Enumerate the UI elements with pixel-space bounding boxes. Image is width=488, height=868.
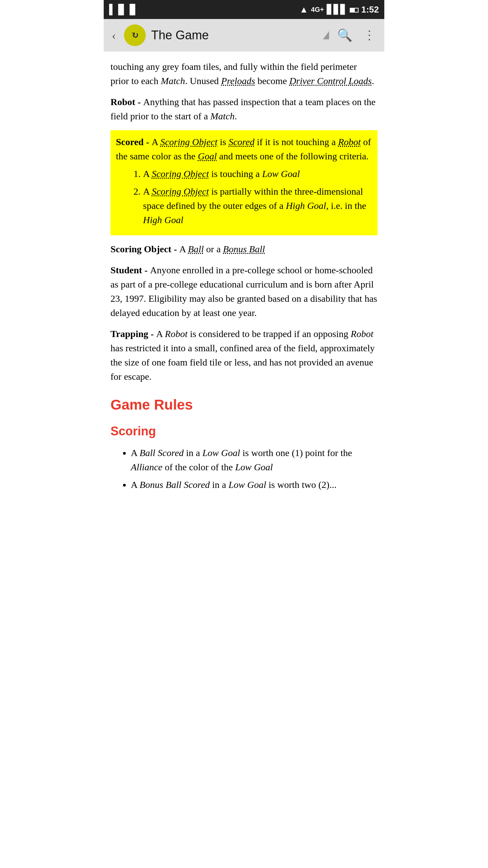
scored-list-item-2: A Scoring Object is partially within the… [143, 184, 372, 227]
so-or: or a [204, 244, 223, 254]
trapping-term: Trapping - [110, 329, 156, 339]
robot-match: Match [210, 111, 235, 121]
barcode-icon [109, 4, 138, 15]
sb2-bonus-ball-scored: Bonus Ball Scored [140, 479, 210, 490]
scoring-object-term: Scoring Object - [110, 244, 179, 254]
list1-text1: A [143, 169, 152, 179]
avatar-icon: ↻ [131, 30, 139, 41]
more-options-button[interactable]: ⋮ [361, 25, 379, 45]
list2-high-goal2: High Goal [143, 215, 183, 225]
search-button[interactable]: 🔍 [334, 25, 355, 45]
avatar: ↻ [124, 24, 146, 46]
scored-list-item-1: A Scoring Object is touching a Low Goal [143, 167, 372, 181]
list2-so: Scoring Object [152, 186, 209, 197]
trapping-text3: has restricted it into a small, confined… [110, 343, 375, 382]
scored-definition: Scored - A Scoring Object is Scored if i… [110, 130, 378, 235]
sb2-suffix: is worth two (2)... [266, 479, 337, 490]
game-rules-heading: Game Rules [110, 394, 378, 415]
sb2-text1: A [131, 479, 140, 490]
scored-scored: Scored [228, 137, 255, 147]
intro-match: Match [161, 76, 185, 86]
student-term: Student - [110, 265, 150, 275]
signal-triangle-icon [323, 31, 329, 39]
trapping-robot1: Robot [165, 329, 188, 339]
trapping-text2: is considered to be trapped if an opposi… [187, 329, 350, 339]
sb1-alliance: Alliance [131, 462, 162, 472]
status-left [109, 4, 138, 15]
toolbar: ‹ ↻ The Game 🔍 ⋮ [104, 19, 384, 52]
sb1-text4: of the color of the [162, 462, 235, 472]
sb1-low-goal2: Low Goal [235, 462, 273, 472]
trapping-robot2: Robot [351, 329, 373, 339]
back-button[interactable]: ‹ [109, 25, 119, 45]
status-bar: ▲ 4G+ ▋▋▋ 1:52 [104, 0, 384, 19]
sb1-text2: in a [184, 448, 202, 458]
sb1-text3: is worth one (1) point for the [240, 448, 352, 458]
trapping-definition: Trapping - A Robot is considered to be t… [110, 327, 378, 384]
intro-preloads: Preloads [221, 76, 255, 86]
time-display: 1:52 [361, 4, 379, 15]
status-right: ▲ 4G+ ▋▋▋ 1:52 [300, 4, 379, 15]
list2-text3: , i.e. in the [326, 200, 366, 211]
scored-robot: Robot [338, 137, 361, 147]
sb2-text2: in a [210, 479, 228, 490]
sb1-text1: A [131, 448, 140, 458]
sb1-ball-scored: Ball Scored [140, 448, 184, 458]
scoring-bullet-1: A Ball Scored in a Low Goal is worth one… [131, 446, 378, 474]
wifi-icon: ▲ [300, 4, 308, 15]
trapping-text1: A [156, 329, 165, 339]
so-text1: A [179, 244, 188, 254]
scored-list: A Scoring Object is touching a Low Goal … [116, 167, 372, 227]
scored-text3: if it is not touching a [255, 137, 338, 147]
signal-icon: ▋▋▋ [327, 4, 347, 15]
scored-para: Scored - A Scoring Object is Scored if i… [116, 135, 372, 163]
robot-definition: Robot - Anything that has passed inspect… [110, 95, 378, 123]
battery-icon [350, 4, 359, 15]
scored-so1: Scoring Object [160, 137, 218, 147]
sb2-low-goal: Low Goal [228, 479, 266, 490]
scored-text2: is [218, 137, 229, 147]
intro-become: become [255, 76, 289, 86]
scoring-subheading: Scoring [110, 422, 378, 440]
so-bonus-ball: Bonus Ball [223, 244, 265, 254]
scored-text1: A [151, 137, 160, 147]
scored-term: Scored - [116, 137, 151, 147]
robot-end: . [235, 111, 237, 121]
robot-term: Robot - [110, 97, 143, 107]
student-definition: Student - Anyone enrolled in a pre-colle… [110, 263, 378, 320]
intro-rest: . Unused [185, 76, 221, 86]
scoring-object-definition: Scoring Object - A Ball or a Bonus Ball [110, 242, 378, 256]
list1-so: Scoring Object [152, 169, 209, 179]
main-content: touching any grey foam tiles, and fully … [104, 52, 384, 506]
scoring-list: A Ball Scored in a Low Goal is worth one… [110, 446, 378, 492]
so-ball: Ball [188, 244, 204, 254]
list2-text1: A [143, 186, 152, 197]
page-title: The Game [151, 28, 318, 42]
network-type: 4G+ [311, 6, 324, 14]
intro-dcl: Driver Control Loads [289, 76, 372, 86]
list2-high-goal1: High Goal [286, 200, 326, 211]
intro-paragraph: touching any grey foam tiles, and fully … [110, 60, 378, 88]
intro-period: . [372, 76, 374, 86]
robot-def: Anything that has passed inspection that… [110, 97, 375, 121]
student-def: Anyone enrolled in a pre-college school … [110, 265, 377, 318]
scored-text5: and meets one of the following criteria. [217, 151, 369, 161]
scored-goal: Goal [198, 151, 217, 161]
list1-low-goal: Low Goal [262, 169, 300, 179]
list1-text2: is touching a [209, 169, 262, 179]
scoring-bullet-2: A Bonus Ball Scored in a Low Goal is wor… [131, 478, 378, 492]
sb1-low-goal1: Low Goal [202, 448, 240, 458]
